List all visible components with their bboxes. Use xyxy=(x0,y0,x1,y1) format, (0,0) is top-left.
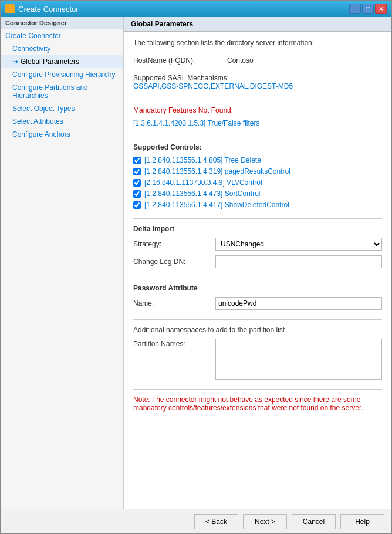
hostname-label: HostName (FQDN): xyxy=(133,56,227,65)
hostname-section: HostName (FQDN): Contoso xyxy=(133,56,382,65)
divider-2 xyxy=(133,137,382,137)
sasl-value: GSSAPI,GSS-SPNEGO,EXTERNAL,DIGEST-MD5 xyxy=(133,82,382,90)
control-label-2: [1.2.840.113556.1.4.319] pagedResultsCon… xyxy=(144,167,290,175)
svg-rect-2 xyxy=(6,9,9,12)
divider-5 xyxy=(133,319,382,320)
mandatory-features-title: Mandatory Features Not Found: xyxy=(133,106,382,114)
control-checkbox-1[interactable] xyxy=(133,157,141,164)
footer: < Back Next > Cancel Help xyxy=(1,509,391,533)
password-attribute-title: Password Attribute xyxy=(133,284,382,292)
supported-controls-section: Supported Controls: [1.2.840.113556.1.4.… xyxy=(133,143,382,209)
sidebar: Connector Designer Create Connector Conn… xyxy=(1,17,124,509)
strategy-select[interactable]: USNChanged Changelog ActiveDirectoryUSN xyxy=(215,238,382,251)
main-content: The following section lists the director… xyxy=(124,32,391,509)
control-row-5: [1.2.840.113556.1.4.417] ShowDeletedCont… xyxy=(133,201,382,209)
sasl-section: Supported SASL Mechanisms: GSSAPI,GSS-SP… xyxy=(133,74,382,90)
hostname-value: Contoso xyxy=(227,56,254,65)
cancel-button[interactable]: Cancel xyxy=(292,514,336,529)
change-log-dn-label: Change Log DN: xyxy=(133,258,215,266)
control-row-4: [1.2.840.113556.1.4.473] SortControl xyxy=(133,190,382,198)
svg-rect-1 xyxy=(11,5,13,8)
content-area: Connector Designer Create Connector Conn… xyxy=(1,17,391,509)
sidebar-item-select-object-types[interactable]: Select Object Types xyxy=(1,102,123,115)
partition-names-textarea[interactable] xyxy=(215,339,382,380)
sasl-label: Supported SASL Mechanisms: xyxy=(133,74,382,82)
control-row-2: [1.2.840.113556.1.4.319] pagedResultsCon… xyxy=(133,167,382,175)
strategy-row: Strategy: USNChanged Changelog ActiveDir… xyxy=(133,238,382,251)
mandatory-features-value: [1.3.6.1.4.1.4203.1.5.3] True/False filt… xyxy=(133,119,382,127)
intro-text: The following section lists the director… xyxy=(133,39,382,47)
maximize-button[interactable]: □ xyxy=(362,4,374,14)
change-log-dn-row: Change Log DN: xyxy=(133,255,382,268)
hostname-row: HostName (FQDN): Contoso xyxy=(133,56,382,65)
app-icon xyxy=(5,4,15,13)
additional-ns-title: Additional namespaces to add to the part… xyxy=(133,326,382,334)
divider-3 xyxy=(133,218,382,219)
close-button[interactable]: ✕ xyxy=(375,4,387,14)
sidebar-item-configure-anchors[interactable]: Configure Anchors xyxy=(1,128,123,141)
control-checkbox-4[interactable] xyxy=(133,190,141,198)
sidebar-item-global-parameters[interactable]: ➔ Global Parameters xyxy=(1,55,123,68)
sidebar-item-create-connector[interactable]: Create Connector xyxy=(1,29,123,42)
name-row: Name: xyxy=(133,297,382,310)
divider-6 xyxy=(133,389,382,390)
mandatory-features-section: Mandatory Features Not Found: [1.3.6.1.4… xyxy=(133,106,382,127)
next-button[interactable]: Next > xyxy=(243,514,287,529)
control-label-4: [1.2.840.113556.1.4.473] SortControl xyxy=(144,190,260,198)
note-section: Note: The connector might not behave as … xyxy=(133,396,382,412)
sidebar-item-select-attributes[interactable]: Select Attributes xyxy=(1,115,123,128)
main-panel-header: Global Parameters xyxy=(124,17,391,32)
control-label-1: [1.2.840.113556.1.4.805] Tree Delete xyxy=(144,156,261,164)
sidebar-header: Connector Designer xyxy=(1,17,123,29)
sidebar-item-configure-provisioning[interactable]: Configure Provisioning Hierarchy xyxy=(1,68,123,81)
sidebar-item-connectivity[interactable]: Connectivity xyxy=(1,42,123,55)
name-input[interactable] xyxy=(215,297,382,310)
title-bar: Create Connector ─ □ ✕ xyxy=(1,1,391,17)
help-button[interactable]: Help xyxy=(340,514,384,529)
control-label-3: [2.16.840.1.113730.3.4.9] VLVControl xyxy=(144,178,262,187)
svg-rect-3 xyxy=(11,9,13,12)
additional-ns-section: Additional namespaces to add to the part… xyxy=(133,326,382,380)
change-log-dn-input[interactable] xyxy=(215,255,382,268)
control-checkbox-5[interactable] xyxy=(133,201,141,209)
sidebar-item-configure-partitions[interactable]: Configure Partitions and Hierarchies xyxy=(1,81,123,102)
control-row-1: [1.2.840.113556.1.4.805] Tree Delete xyxy=(133,156,382,164)
control-checkbox-2[interactable] xyxy=(133,168,141,175)
delta-import-section: Delta Import Strategy: USNChanged Change… xyxy=(133,225,382,268)
divider-4 xyxy=(133,278,382,278)
title-bar-left: Create Connector xyxy=(5,4,79,13)
control-label-5: [1.2.840.113556.1.4.417] ShowDeletedCont… xyxy=(144,201,289,209)
partition-names-label: Partition Names: xyxy=(133,339,215,348)
intro-section: The following section lists the director… xyxy=(133,39,382,47)
window-title: Create Connector xyxy=(18,5,79,13)
main-panel: Global Parameters The following section … xyxy=(124,17,391,509)
title-bar-controls: ─ □ ✕ xyxy=(349,4,387,14)
strategy-label: Strategy: xyxy=(133,240,215,248)
minimize-button[interactable]: ─ xyxy=(349,4,361,14)
back-button[interactable]: < Back xyxy=(194,514,238,529)
password-attribute-section: Password Attribute Name: xyxy=(133,284,382,310)
delta-import-title: Delta Import xyxy=(133,225,382,233)
main-window: Create Connector ─ □ ✕ Connector Designe… xyxy=(0,0,392,534)
control-checkbox-3[interactable] xyxy=(133,179,141,187)
active-arrow-icon: ➔ xyxy=(12,58,18,66)
note-text: Note: The connector might not behave as … xyxy=(133,396,382,412)
supported-controls-title: Supported Controls: xyxy=(133,143,382,151)
svg-rect-0 xyxy=(6,5,9,8)
control-row-3: [2.16.840.1.113730.3.4.9] VLVControl xyxy=(133,178,382,187)
partition-names-row: Partition Names: xyxy=(133,339,382,380)
name-label: Name: xyxy=(133,299,215,307)
divider-1 xyxy=(133,100,382,100)
